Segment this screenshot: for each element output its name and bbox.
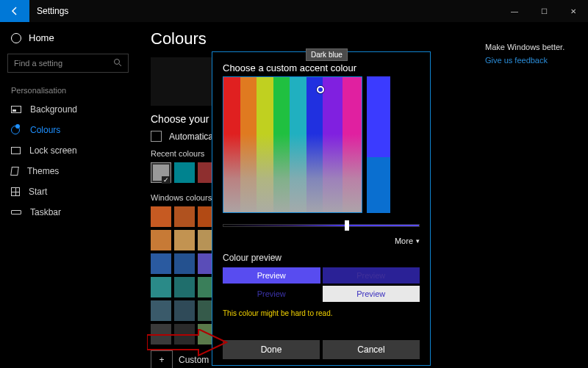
done-button[interactable]: Done <box>223 340 320 359</box>
windows-colour-swatch[interactable] <box>174 277 195 297</box>
preview-cell: Preview <box>323 286 420 302</box>
sidebar-item-themes[interactable]: Themes <box>0 161 136 181</box>
readability-warning: This colour might be hard to read. <box>223 309 420 317</box>
home-label: Home <box>29 32 54 43</box>
recent-colour-swatch[interactable] <box>174 162 195 183</box>
back-button[interactable] <box>0 0 29 22</box>
colour-spectrum[interactable] <box>223 76 362 213</box>
svg-marker-2 <box>147 329 226 356</box>
annotation-arrow <box>147 329 228 358</box>
search-input[interactable]: Find a setting <box>7 54 129 73</box>
slider-thumb[interactable] <box>345 220 349 231</box>
dialog-title: Choose a custom accent colour <box>223 62 420 73</box>
sidebar-item-start[interactable]: Start <box>0 181 136 202</box>
search-icon <box>113 58 122 68</box>
colour-preview-grid: Preview Preview Preview Preview <box>223 267 420 302</box>
cancel-button[interactable]: Cancel <box>323 340 420 359</box>
colour-tooltip: Dark blue <box>306 48 348 61</box>
search-placeholder: Find a setting <box>14 59 62 68</box>
sidebar-item-label: Colours <box>30 125 60 135</box>
grid-icon <box>11 187 20 196</box>
windows-colour-swatch[interactable] <box>174 206 195 227</box>
title-bar: Settings — ☐ ✕ <box>0 0 588 22</box>
preview-cell: Preview <box>323 267 420 284</box>
value-bar[interactable] <box>367 76 390 213</box>
sidebar-item-label: Lock screen <box>29 145 77 156</box>
desktop-preview[interactable] <box>151 57 215 106</box>
sidebar-item-background[interactable]: Background <box>0 99 136 120</box>
more-toggle[interactable]: More ▾ <box>223 237 420 245</box>
svg-line-1 <box>119 64 121 66</box>
sidebar-item-label: Themes <box>27 166 59 176</box>
sidebar-item-label: Taskbar <box>30 207 61 217</box>
chevron-down-icon: ▾ <box>416 237 420 245</box>
close-button[interactable]: ✕ <box>559 0 588 22</box>
sidebar-item-label: Background <box>30 104 77 115</box>
sidebar-item-lockscreen[interactable]: Lock screen <box>0 140 136 161</box>
sidebar-item-colours[interactable]: Colours <box>0 120 136 140</box>
windows-colour-swatch[interactable] <box>151 277 171 297</box>
section-label: Personalisation <box>0 79 136 99</box>
recent-colour-swatch[interactable] <box>151 162 171 183</box>
sidebar-item-label: Start <box>29 187 47 197</box>
colour-preview-label: Colour preview <box>223 253 420 263</box>
more-label: More <box>395 237 413 245</box>
windows-colour-swatch[interactable] <box>151 253 171 274</box>
brush-icon <box>10 167 19 176</box>
value-slider[interactable] <box>223 220 420 231</box>
preview-cell: Preview <box>223 267 320 284</box>
windows-colour-swatch[interactable] <box>174 230 195 250</box>
windows-colour-swatch[interactable] <box>151 206 171 227</box>
home-nav[interactable]: Home <box>0 28 136 48</box>
checkbox-icon <box>151 131 162 142</box>
window-title: Settings <box>37 6 68 16</box>
sidebar-item-taskbar[interactable]: Taskbar <box>0 202 136 223</box>
taskbar-icon <box>11 210 21 214</box>
minimize-button[interactable]: — <box>500 0 529 22</box>
windows-colour-swatch[interactable] <box>151 230 171 250</box>
better-text: Make Windows better. <box>485 43 588 51</box>
sidebar: Home Find a setting Personalisation Back… <box>0 22 136 368</box>
svg-point-0 <box>115 59 120 65</box>
window-controls: — ☐ ✕ <box>500 0 588 22</box>
palette-icon <box>11 126 21 134</box>
windows-colour-swatch[interactable] <box>174 253 195 274</box>
custom-colour-dialog: Choose a custom accent colour More ▾ Col… <box>212 51 431 366</box>
colour-cursor[interactable] <box>317 86 324 93</box>
preview-cell: Preview <box>223 286 320 302</box>
lock-icon <box>11 147 21 154</box>
windows-colour-swatch[interactable] <box>151 300 171 321</box>
maximize-button[interactable]: ☐ <box>529 0 559 22</box>
windows-colour-swatch[interactable] <box>174 300 195 321</box>
gear-icon <box>11 33 21 43</box>
feedback-link[interactable]: Give us feedback <box>485 56 588 65</box>
feedback-pane: Make Windows better. Give us feedback <box>485 43 588 65</box>
image-icon <box>11 106 21 113</box>
